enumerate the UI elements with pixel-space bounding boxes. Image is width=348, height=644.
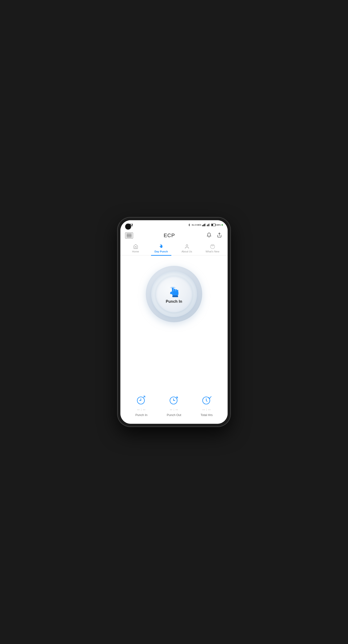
punch-in-label: Punch In — [166, 300, 182, 304]
main-content: Punch In -- : -- Punch In — [120, 256, 228, 424]
svg-point-13 — [186, 245, 188, 246]
svg-rect-4 — [207, 225, 207, 226]
phone-device: 0:32 81.0 KB/S — [118, 218, 230, 426]
stat-punch-out: -- : -- Punch Out — [158, 395, 190, 417]
home-icon — [133, 244, 138, 249]
phone-screen: 0:32 81.0 KB/S — [120, 220, 228, 424]
tab-home[interactable]: Home — [123, 242, 148, 255]
tab-whats-new-label: What's New — [205, 250, 219, 253]
day-punch-icon — [159, 244, 164, 249]
tab-about-us-label: About Us — [182, 250, 192, 253]
status-bar: 0:32 81.0 KB/S — [120, 220, 228, 229]
whats-new-icon: NEW — [210, 244, 215, 249]
bluetooth-icon — [188, 224, 191, 226]
notification-button[interactable] — [205, 232, 213, 239]
share-icon — [217, 232, 222, 238]
punch-in-time: -- : -- — [137, 408, 146, 411]
punch-out-clock-icon — [169, 395, 179, 406]
tab-day-punch[interactable]: Day Punch — [148, 242, 174, 255]
tab-about-us[interactable]: About Us — [174, 242, 200, 255]
bell-icon — [206, 232, 212, 238]
share-button[interactable] — [216, 232, 223, 239]
svg-rect-5 — [208, 224, 208, 226]
tab-day-punch-label: Day Punch — [154, 250, 168, 253]
punch-out-time: -- : -- — [170, 408, 178, 411]
app-header: ECP — [120, 229, 228, 242]
app-title: ECP — [164, 232, 175, 238]
svg-rect-1 — [203, 224, 204, 226]
punch-in-stat-label: Punch In — [135, 413, 147, 417]
tab-home-label: Home — [132, 250, 139, 253]
about-us-icon — [184, 244, 190, 249]
total-hrs-clock-icon — [201, 395, 212, 406]
tab-whats-new[interactable]: NEW What's New — [200, 242, 225, 255]
tab-navigation: Home Day Punch About Us — [120, 242, 228, 256]
svg-rect-23 — [172, 296, 178, 297]
stat-total-hrs: -- : -- Total Hrs — [190, 395, 223, 417]
svg-rect-22 — [172, 291, 178, 295]
battery-icon: 38% — [211, 224, 223, 226]
signal-icon — [202, 224, 206, 226]
total-hrs-time: -- : -- — [202, 408, 211, 411]
svg-rect-0 — [202, 225, 203, 226]
hamburger-line-2 — [127, 235, 132, 236]
hamburger-line-3 — [127, 237, 132, 237]
svg-rect-8 — [216, 224, 216, 226]
punch-button[interactable]: Punch In — [156, 276, 192, 312]
camera-hole — [126, 224, 131, 229]
punch-out-stat-label: Punch Out — [167, 413, 181, 417]
punch-hand-icon — [168, 284, 180, 298]
hamburger-line-1 — [127, 234, 132, 234]
stat-punch-in: -- : -- Punch In — [125, 395, 158, 417]
svg-rect-6 — [209, 224, 209, 226]
svg-text:NEW: NEW — [211, 245, 214, 246]
punch-in-clock-icon — [136, 395, 147, 406]
punch-circle-outer: Punch In — [146, 266, 202, 322]
battery-percent: 38% — [217, 224, 221, 226]
total-hrs-stat-label: Total Hrs — [201, 413, 213, 417]
punch-circle-mid: Punch In — [151, 271, 197, 317]
battery-charging-dot — [221, 224, 223, 226]
network-speed: 81.0 KB/S — [192, 224, 201, 226]
battery-shape — [211, 224, 216, 226]
stats-row: -- : -- Punch In -- : -- Punch Out — [120, 388, 228, 419]
hamburger-button[interactable] — [125, 232, 133, 238]
svg-rect-9 — [212, 224, 213, 226]
svg-rect-2 — [204, 224, 204, 226]
wifi-icon — [207, 224, 210, 226]
svg-rect-3 — [205, 224, 205, 226]
header-actions — [205, 232, 223, 239]
status-icons: 81.0 KB/S — [188, 224, 223, 226]
